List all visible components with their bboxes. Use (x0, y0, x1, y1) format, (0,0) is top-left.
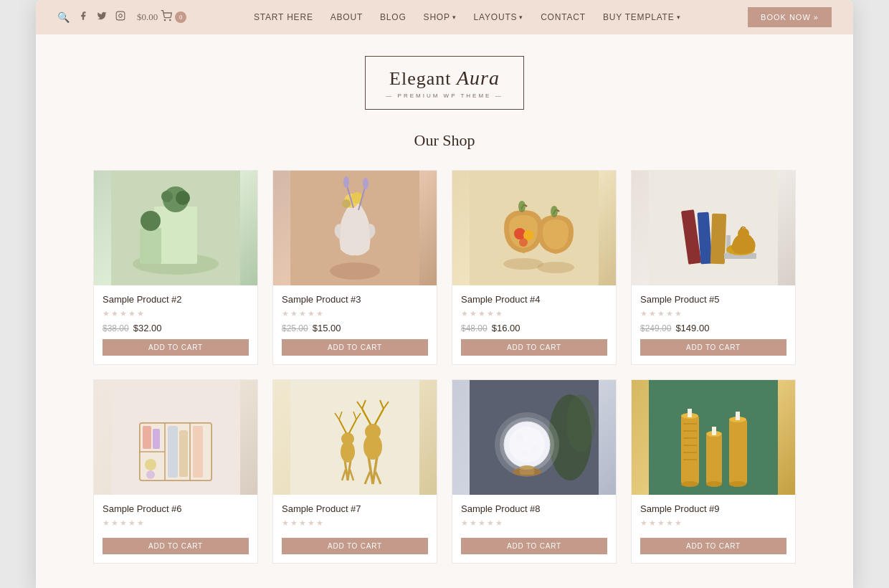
star2: ★ (470, 518, 477, 528)
add-to-cart-5[interactable]: ADD TO CART (640, 339, 786, 356)
svg-rect-43 (143, 426, 151, 449)
cart-badge: 0 (175, 11, 186, 23)
svg-point-56 (341, 432, 354, 445)
product-card-9: Sample Product #9 ★ ★ ★ ★ ★ ADD TO CART (631, 379, 796, 564)
nav-shop[interactable]: SHOP ▾ (424, 12, 457, 22)
twitter-icon[interactable] (97, 11, 107, 24)
add-to-cart-9[interactable]: ADD TO CART (640, 538, 786, 554)
svg-rect-91 (681, 416, 699, 484)
star3: ★ (478, 518, 485, 528)
svg-point-2 (165, 19, 166, 20)
star1: ★ (103, 309, 110, 318)
products-grid: Sample Product #2 ★ ★ ★ ★ ★ $38.00 $32.0… (93, 170, 796, 564)
star2: ★ (649, 309, 656, 318)
product-name-4: Sample Product #4 (461, 294, 607, 305)
svg-point-8 (161, 191, 173, 202)
price-original-3: $25.00 (282, 323, 308, 333)
star4: ★ (487, 309, 494, 318)
star1: ★ (103, 518, 110, 528)
star4: ★ (666, 518, 673, 528)
svg-point-86 (509, 427, 545, 463)
nav-contact[interactable]: CONTACT (541, 12, 586, 22)
svg-point-102 (729, 481, 746, 487)
star5: ★ (495, 518, 503, 528)
svg-point-9 (176, 191, 190, 205)
svg-point-49 (146, 470, 155, 479)
product-info-7: Sample Product #7 ★ ★ ★ ★ ★ ADD TO CART (273, 495, 437, 563)
svg-point-28 (519, 238, 528, 247)
svg-rect-103 (683, 445, 697, 446)
add-to-cart-2[interactable]: ADD TO CART (103, 339, 249, 356)
instagram-icon[interactable] (115, 11, 125, 24)
logo-box: Elegant Aura — PREMIUM WP THEME — (365, 56, 523, 110)
product-name-8: Sample Product #8 (461, 503, 607, 514)
product-image-8 (452, 380, 616, 495)
product-name-3: Sample Product #3 (282, 294, 428, 305)
star1: ★ (640, 309, 647, 318)
product-card-8: Sample Product #8 ★ ★ ★ ★ ★ ADD TO CART (452, 379, 617, 564)
svg-rect-0 (116, 11, 125, 20)
svg-point-36 (738, 228, 749, 240)
add-to-cart-7[interactable]: ADD TO CART (282, 538, 428, 554)
book-now-button[interactable]: BOOK NOW » (748, 7, 832, 27)
svg-point-89 (520, 465, 534, 470)
star2: ★ (111, 518, 118, 528)
nav-blog[interactable]: BLOG (380, 12, 407, 22)
product-name-5: Sample Product #5 (640, 294, 786, 305)
star-rating-5: ★ ★ ★ ★ ★ (640, 309, 786, 318)
star-rating-2: ★ ★ ★ ★ ★ (103, 309, 249, 318)
product-card-3: Sample Product #3 ★ ★ ★ ★ ★ $25.00 $15.0… (272, 170, 437, 365)
product-image-5 (632, 171, 795, 285)
product-info-8: Sample Product #8 ★ ★ ★ ★ ★ ADD TO CART (452, 495, 616, 563)
svg-point-16 (342, 199, 351, 208)
star2: ★ (290, 309, 298, 318)
price-sale-4: $16.00 (492, 323, 520, 333)
product-image-2 (94, 171, 257, 285)
nav-about[interactable]: ABOUT (331, 12, 363, 22)
star4: ★ (128, 518, 136, 528)
star5: ★ (675, 309, 682, 318)
product-image-3 (273, 171, 437, 285)
star-rating-8: ★ ★ ★ ★ ★ (461, 518, 607, 528)
svg-rect-105 (683, 459, 697, 460)
cart-icon[interactable] (161, 10, 172, 24)
price-row-5: $249.00 $149.00 (640, 323, 786, 333)
price-sale-5: $149.00 (675, 323, 709, 333)
star3: ★ (478, 309, 485, 318)
star-rating-7: ★ ★ ★ ★ ★ (282, 518, 428, 528)
product-card-2: Sample Product #2 ★ ★ ★ ★ ★ $38.00 $32.0… (93, 170, 258, 365)
add-to-cart-8[interactable]: ADD TO CART (461, 538, 607, 554)
star5: ★ (137, 518, 144, 528)
svg-point-48 (145, 459, 156, 470)
product-image-9 (632, 380, 795, 495)
cart-price: $0.00 (137, 11, 158, 23)
product-card-4: Sample Product #4 ★ ★ ★ ★ ★ $48.00 $16.0… (452, 170, 617, 365)
product-card-7: Sample Product #7 ★ ★ ★ ★ ★ ADD TO CART (272, 379, 437, 564)
add-to-cart-6[interactable]: ADD TO CART (103, 538, 249, 554)
svg-rect-50 (290, 380, 419, 495)
product-name-6: Sample Product #6 (103, 503, 249, 514)
facebook-icon[interactable] (78, 11, 88, 24)
cart-wrapper[interactable]: $0.00 0 (134, 10, 186, 24)
add-to-cart-3[interactable]: ADD TO CART (282, 339, 428, 356)
svg-rect-96 (683, 437, 697, 439)
price-row-3: $25.00 $15.00 (282, 323, 428, 333)
logo-area: Elegant Aura — PREMIUM WP THEME — (36, 34, 853, 124)
nav-layouts[interactable]: LAYOUTS ▾ (474, 12, 524, 22)
nav-buy-template[interactable]: BUY TEMPLATE ▾ (603, 12, 680, 22)
star4: ★ (308, 309, 315, 318)
logo-script: Aura (457, 67, 500, 89)
search-icon[interactable]: 🔍 (57, 11, 70, 24)
nav-start-here[interactable]: START HERE (254, 12, 313, 22)
add-to-cart-4[interactable]: ADD TO CART (461, 339, 607, 356)
nav-left: 🔍 $0.00 0 (57, 10, 186, 24)
star5: ★ (675, 518, 682, 528)
svg-point-24 (537, 262, 574, 273)
product-name-7: Sample Product #7 (282, 503, 428, 514)
product-card-6: Sample Product #6 ★ ★ ★ ★ ★ ADD TO CART (93, 379, 258, 564)
price-sale-2: $32.00 (133, 323, 162, 333)
star1: ★ (282, 309, 289, 318)
product-image-7 (273, 380, 437, 495)
star4: ★ (666, 309, 673, 318)
svg-rect-107 (712, 427, 716, 435)
